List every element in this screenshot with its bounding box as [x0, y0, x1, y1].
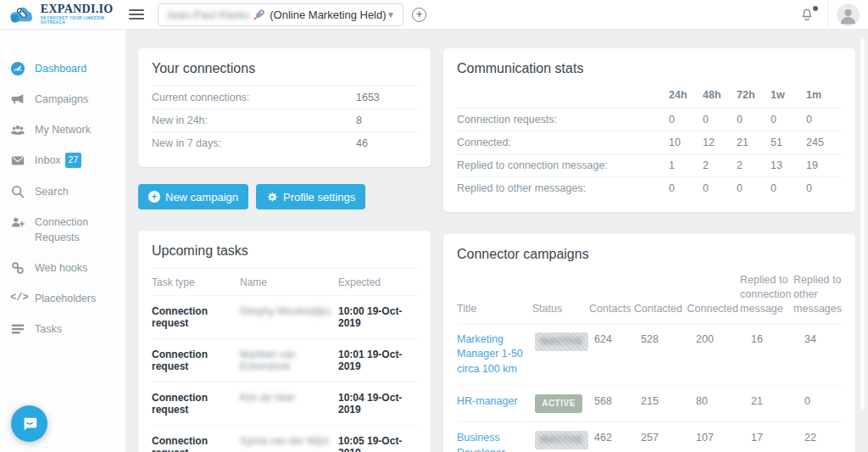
main-content: Your connections Current connections: 16… — [125, 30, 868, 452]
new-campaign-button[interactable]: + New campaign — [138, 184, 248, 209]
avatar-person-icon — [837, 3, 860, 26]
col-task-type: Task type — [152, 276, 240, 288]
topbar-divider — [827, 0, 828, 30]
status-badge: INACTIVE — [535, 332, 588, 351]
profile-settings-label: Profile settings — [283, 191, 355, 204]
row-label: New in 7 days: — [152, 137, 356, 149]
task-row: Connection request Marleen van Eckendonk… — [152, 338, 417, 382]
chat-widget-button[interactable] — [11, 405, 47, 442]
page-scrollbar[interactable] — [860, 37, 865, 410]
new-campaign-label: New campaign — [165, 191, 238, 204]
row-label: Current connections: — [152, 92, 356, 103]
campaign-row: Business Developer INACTIVE 462 257 107 … — [457, 421, 842, 452]
task-type: Connection request — [152, 349, 240, 372]
sidebar-item-label: Tasks — [35, 321, 62, 337]
stat-label: Replied to connection message: — [457, 159, 669, 171]
connector-campaigns-title: Connector campaigns — [457, 247, 842, 262]
sidebar-item-label: Campaigns — [35, 92, 88, 107]
upcoming-tasks-title: Upcoming tasks — [152, 243, 417, 259]
task-expected: 10:00 19-Oct-2019 — [338, 305, 417, 329]
campaign-title-link[interactable]: HR-manager — [457, 394, 535, 410]
stats-row: Connected: 10 12 21 51 245 — [457, 131, 842, 153]
connections-row: New in 24h: 8 — [152, 109, 417, 131]
campaign-contacted: 215 — [641, 394, 696, 410]
dashboard-gauge-icon — [10, 61, 27, 76]
stats-table-header: 24h 48h 72h 1w 1m — [457, 86, 842, 108]
stat-value: 12 — [703, 137, 737, 148]
campaign-title-link[interactable]: Business Developer — [457, 431, 535, 452]
sidebar-item-label: Connection Requests — [35, 215, 117, 245]
sidebar-item-placeholders[interactable]: </> Placeholders — [0, 283, 125, 314]
stat-label: Connected: — [457, 137, 669, 148]
add-account-button[interactable]: + — [412, 8, 426, 22]
stat-value: 0 — [669, 182, 703, 194]
sidebar-item-web-hooks[interactable]: Web hooks — [0, 253, 125, 283]
sidebar-item-label: Search — [35, 184, 69, 199]
task-list-icon — [10, 321, 27, 337]
status-badge: ACTIVE — [535, 394, 582, 413]
campaign-connected: 200 — [696, 332, 751, 348]
task-expected: 10:01 19-Oct-2019 — [338, 349, 417, 372]
plus-circle-icon: + — [148, 191, 160, 203]
campaign-contacts: 462 — [594, 431, 641, 446]
task-row: Connection request Sylvia van der Wijst … — [152, 425, 417, 452]
campaign-row: HR-manager ACTIVE 568 215 80 21 0 — [457, 385, 842, 421]
stat-value: 245 — [806, 137, 842, 148]
brand-logo[interactable]: EXPANDI.IO SKYROCKET YOUR LINKEDIN OUTRE… — [0, 3, 125, 25]
sidebar-item-campaigns[interactable]: Campaigns — [0, 84, 125, 114]
account-selector[interactable]: Jean-Paul Klerks (Online Marketing Held)… — [158, 3, 403, 26]
your-connections-card: Your connections Current connections: 16… — [138, 48, 431, 167]
task-type: Connection request — [152, 305, 240, 329]
stat-value: 0 — [703, 182, 737, 194]
person-add-icon — [10, 215, 27, 230]
stats-row: Replied to connection message: 1 2 2 13 … — [457, 153, 842, 176]
campaign-replied-connection: 21 — [751, 394, 804, 410]
inbox-count-badge: 27 — [65, 153, 82, 167]
your-connections-title: Your connections — [152, 61, 417, 76]
sidebar-item-search[interactable]: Search — [0, 176, 125, 207]
sidebar-nav: Dashboard Campaigns My Network Inbox 27 … — [0, 30, 125, 452]
sidebar-item-label: Inbox — [35, 153, 61, 168]
menu-hamburger-icon[interactable] — [129, 7, 144, 22]
campaign-contacted: 528 — [641, 332, 696, 348]
col-1w: 1w — [771, 89, 806, 101]
sidebar-item-inbox[interactable]: Inbox 27 — [0, 145, 125, 176]
sidebar-item-tasks[interactable]: Tasks — [0, 314, 125, 344]
stat-value: 0 — [737, 114, 771, 126]
task-row: Connection request Dimphy Meulendijks 10… — [152, 295, 417, 338]
chain-links-icon — [10, 260, 27, 276]
stat-value: 10 — [669, 137, 703, 148]
campaign-replied-other: 22 — [804, 431, 842, 446]
gear-icon — [266, 191, 278, 203]
brand-name: EXPANDI.IO — [41, 3, 125, 15]
sidebar-item-connection-requests[interactable]: Connection Requests — [0, 207, 125, 253]
sidebar-item-my-network[interactable]: My Network — [0, 114, 125, 145]
status-badge: INACTIVE — [535, 431, 588, 449]
campaign-replied-connection: 17 — [751, 431, 804, 446]
stat-value: 0 — [806, 114, 842, 126]
col-24h: 24h — [669, 89, 703, 101]
campaign-replied-connection: 16 — [751, 332, 804, 348]
envelope-icon — [10, 153, 27, 168]
chat-bubble-icon — [20, 415, 39, 433]
col-contacted: Contacted — [634, 302, 687, 316]
stat-value: 0 — [771, 182, 806, 194]
campaign-replied-other: 0 — [804, 394, 842, 410]
notification-dot — [813, 6, 818, 11]
user-avatar[interactable] — [837, 3, 860, 26]
notifications-bell-icon[interactable] — [787, 4, 827, 25]
campaign-row: Marketing Manager 1-50 circa 100 km INAC… — [457, 323, 842, 386]
campaign-title-link[interactable]: Marketing Manager 1-50 circa 100 km — [457, 332, 535, 377]
chevron-down-icon: ▼ — [387, 10, 395, 20]
profile-settings-button[interactable]: Profile settings — [256, 184, 365, 209]
campaign-contacts: 624 — [594, 332, 641, 348]
sidebar-item-dashboard[interactable]: Dashboard — [0, 53, 125, 84]
sidebar-item-label: Placeholders — [35, 291, 96, 306]
stat-label: Replied to other messages: — [457, 182, 669, 194]
col-48h: 48h — [703, 89, 737, 101]
row-label: New in 24h: — [152, 114, 356, 126]
stat-value: 0 — [806, 182, 842, 194]
stat-label: Connection requests: — [457, 114, 669, 126]
code-icon: </> — [10, 291, 27, 306]
stat-value: 2 — [737, 159, 771, 171]
